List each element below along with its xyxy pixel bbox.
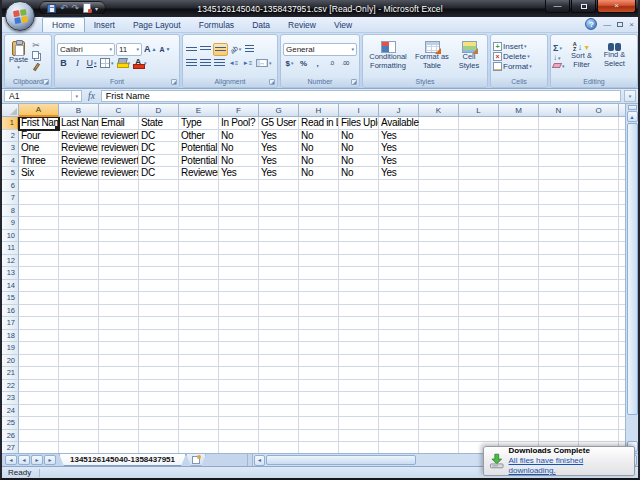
cell-K11[interactable] — [419, 242, 459, 255]
increase-indent-button[interactable]: ►≡ — [241, 57, 254, 70]
cell-F14[interactable] — [219, 280, 259, 293]
cell-G8[interactable] — [259, 205, 299, 218]
cell-E21[interactable] — [179, 367, 219, 380]
cell-N2[interactable] — [539, 130, 579, 143]
row-header-12[interactable]: 12 — [2, 255, 19, 268]
cell-C21[interactable] — [99, 367, 139, 380]
top-align-button[interactable] — [185, 43, 198, 56]
cell-J24[interactable] — [379, 405, 419, 418]
sort-filter-button[interactable]: AZ ↓ ▼ Sort & Filter — [567, 36, 597, 76]
cell-O22[interactable] — [579, 380, 619, 393]
align-center-button[interactable] — [199, 57, 212, 70]
cell-G21[interactable] — [259, 367, 299, 380]
row-header-25[interactable]: 25 — [2, 417, 19, 430]
insert-function-icon[interactable]: fx — [85, 91, 98, 101]
cell-O7[interactable] — [579, 192, 619, 205]
row-header-13[interactable]: 13 — [2, 267, 19, 280]
cell-L8[interactable] — [459, 205, 499, 218]
cell-E13[interactable] — [179, 267, 219, 280]
cell-G19[interactable] — [259, 342, 299, 355]
column-header-N[interactable]: N — [539, 104, 579, 117]
cell-A18[interactable] — [19, 330, 59, 343]
cell-L7[interactable] — [459, 192, 499, 205]
tab-view[interactable]: View — [325, 18, 361, 32]
cell-F27[interactable] — [219, 442, 259, 453]
cell-G7[interactable] — [259, 192, 299, 205]
cell-C23[interactable] — [99, 392, 139, 405]
cell-H5[interactable]: No — [299, 167, 339, 180]
cell-D5[interactable]: DC — [139, 167, 179, 180]
cell-D22[interactable] — [139, 380, 179, 393]
tab-page-layout[interactable]: Page Layout — [124, 18, 190, 32]
decrease-indent-button[interactable]: ◄≡ — [227, 57, 240, 70]
cell-K22[interactable] — [419, 380, 459, 393]
column-header-I[interactable]: I — [339, 104, 379, 117]
format-painter-icon[interactable] — [33, 62, 40, 70]
cell-I4[interactable]: No — [339, 155, 379, 168]
cell-O9[interactable] — [579, 217, 619, 230]
cell-K7[interactable] — [419, 192, 459, 205]
cell-F9[interactable] — [219, 217, 259, 230]
cell-E7[interactable] — [179, 192, 219, 205]
column-header-B[interactable]: B — [59, 104, 99, 117]
cell-N9[interactable] — [539, 217, 579, 230]
column-header-A[interactable]: A — [19, 104, 59, 117]
cell-A7[interactable] — [19, 192, 59, 205]
cell-B4[interactable]: Reviewer — [59, 155, 99, 168]
cell-O26[interactable] — [579, 430, 619, 443]
cell-O16[interactable] — [579, 305, 619, 318]
cell-D3[interactable]: DC — [139, 142, 179, 155]
cell-K9[interactable] — [419, 217, 459, 230]
cell-K4[interactable] — [419, 155, 459, 168]
cell-N3[interactable] — [539, 142, 579, 155]
cell-A1[interactable]: Frist Name — [19, 117, 59, 130]
column-header-O[interactable]: O — [579, 104, 619, 117]
cell-O17[interactable] — [579, 317, 619, 330]
cell-E2[interactable]: Other — [179, 130, 219, 143]
bottom-align-button[interactable] — [213, 43, 228, 56]
cell-I5[interactable]: No — [339, 167, 379, 180]
cell-F21[interactable] — [219, 367, 259, 380]
cell-C19[interactable] — [99, 342, 139, 355]
increase-decimal-button[interactable]: .0 — [325, 57, 338, 70]
cell-I7[interactable] — [339, 192, 379, 205]
cell-N8[interactable] — [539, 205, 579, 218]
cell-M18[interactable] — [499, 330, 539, 343]
cell-K3[interactable] — [419, 142, 459, 155]
cell-D23[interactable] — [139, 392, 179, 405]
cell-M19[interactable] — [499, 342, 539, 355]
undo-icon[interactable]: ↶ — [60, 4, 68, 13]
formula-input[interactable]: Frist Name — [101, 90, 621, 102]
select-all-button[interactable] — [2, 104, 19, 117]
row-header-15[interactable]: 15 — [2, 292, 19, 305]
cell-J18[interactable] — [379, 330, 419, 343]
cell-H14[interactable] — [299, 280, 339, 293]
cell-F7[interactable] — [219, 192, 259, 205]
cell-N13[interactable] — [539, 267, 579, 280]
vertical-scrollbar[interactable]: ▲ ▼ — [625, 104, 638, 453]
cell-E15[interactable] — [179, 292, 219, 305]
row-header-16[interactable]: 16 — [2, 305, 19, 318]
cell-J4[interactable]: Yes — [379, 155, 419, 168]
cell-F23[interactable] — [219, 392, 259, 405]
insert-worksheet-button[interactable] — [186, 454, 206, 466]
cell-E10[interactable] — [179, 230, 219, 243]
tab-data[interactable]: Data — [243, 18, 279, 32]
cell-L15[interactable] — [459, 292, 499, 305]
cell-N7[interactable] — [539, 192, 579, 205]
cell-A21[interactable] — [19, 367, 59, 380]
cell-K8[interactable] — [419, 205, 459, 218]
row-header-9[interactable]: 9 — [2, 217, 19, 230]
insert-cells-button[interactable]: +Insert▾ — [493, 42, 545, 51]
format-as-table-button[interactable]: Format as Table — [413, 36, 451, 76]
cell-B22[interactable] — [59, 380, 99, 393]
cell-I20[interactable] — [339, 355, 379, 368]
cell-C2[interactable]: reviewerf — [99, 130, 139, 143]
cell-O25[interactable] — [579, 417, 619, 430]
cell-O24[interactable] — [579, 405, 619, 418]
accounting-format-button[interactable]: $▾ — [283, 57, 296, 70]
cell-B5[interactable]: Reviewer — [59, 167, 99, 180]
cell-F25[interactable] — [219, 417, 259, 430]
cell-M22[interactable] — [499, 380, 539, 393]
cell-A2[interactable]: Four — [19, 130, 59, 143]
